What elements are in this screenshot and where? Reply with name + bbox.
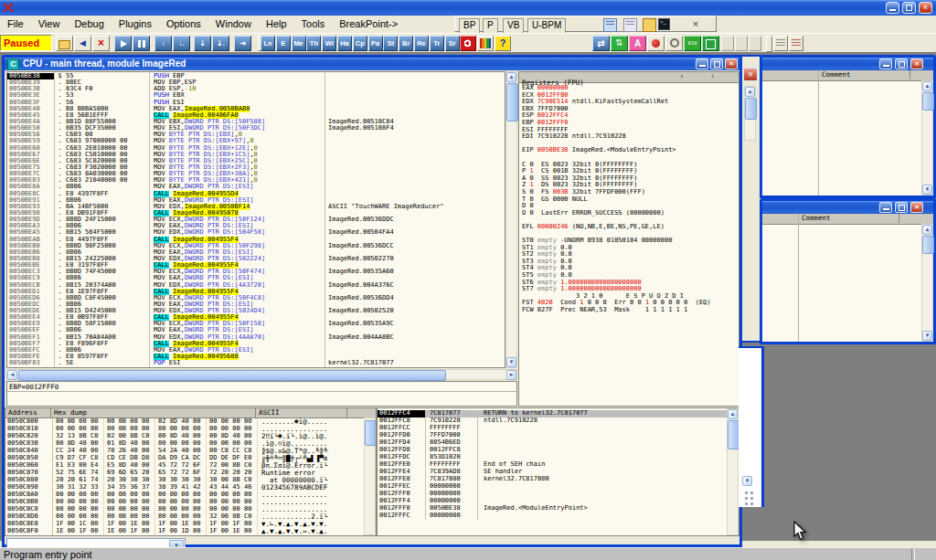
disasm-row[interactable]: 0050BE8A.8B06MOV EAX,DWORD PTR DS:[ESI] [7,184,505,190]
dump-vscrollbar[interactable] [364,417,376,535]
register-line[interactable]: ST7 empty 1.0000000000000000000 [522,286,738,293]
menu-item-tools[interactable]: Tools [294,16,333,33]
win2-close-button[interactable]: × [910,202,923,213]
options-gear-button[interactable] [460,36,476,51]
disasm-row[interactable]: 0050BE75.C683 F3020000 00MOV BYTE PTR DS… [7,164,505,171]
dump-row[interactable]: 0050C050C9 D7 CF C8CD CE DB D8DA D9 CA D… [5,455,376,462]
stack-row[interactable]: 0012FFC47C817077RETURN to kernel32.7C817… [378,410,739,417]
disasm-row[interactable]: 0050BEB6.8B06MOV EAX,DWORD PTR DS:[ESI] [7,249,505,256]
binary-button[interactable]: 010 [684,36,701,51]
register-line[interactable]: S 0 FS 003B 32bit 7FFDF000(FFF) [522,189,738,196]
win1-header-row[interactable]: Comment [762,70,933,81]
help-button[interactable]: ? [495,36,511,51]
notepad-icon[interactable] [603,18,617,32]
disasm-row[interactable]: 0050BE56.C603 00MOV BYTE PTR DS:[EBX],0 [7,132,505,138]
step-into-button[interactable]: ↓ [154,36,172,51]
background-window-scrollbar[interactable]: ▲ [744,86,756,141]
register-line[interactable]: ESP 0012FFC4 [522,112,738,120]
pane-button-e[interactable]: E [276,36,291,51]
menu-item-view[interactable]: View [31,16,68,33]
plugin-ubpm-button[interactable]: U-BPM [527,18,566,34]
disasm-row[interactable]: 0050BE9D.8B0D 24F15000MOV ECX,DWORD PTR … [7,217,505,223]
dump-row[interactable]: 0050C0F01E 00 1F 001E 00 1F 001F 00 1D 0… [5,528,376,535]
win1-close-button[interactable]: × [910,58,923,69]
background-window-close-button[interactable]: × [743,68,758,81]
stack-pane[interactable]: 0012FFC47C817077RETURN to kernel32.7C817… [377,407,739,536]
plugin-vb-button[interactable]: VB [503,18,524,34]
disasm-row[interactable]: 0050BEEF.8B06MOV EAX,DWORD PTR DS:[ESI] [7,327,505,333]
register-line[interactable]: C 0 ES 0023 32bit 0(FFFFFFFF) [522,162,738,169]
disasm-row[interactable]: 0050BEFE.E8 8597F8FFCALL ImageRed.004956… [7,354,505,360]
disasm-row[interactable]: 0050BE67.C683 C5010000 00MOV BYTE PTR DS… [7,152,505,158]
dump-row[interactable]: 0050C03000 8D 40 0001 8D 40 0000 00 00 0… [5,440,376,448]
cpu-close-button[interactable]: × [725,58,738,69]
stack-row[interactable]: 0012FFD07FFD7000 [378,432,739,439]
restore-button[interactable] [902,2,916,14]
appearance-button[interactable] [477,36,494,51]
register-line[interactable]: A 0 SS 0023 32bit 0(FFFFFFFF) [522,175,738,183]
register-line[interactable]: 3 2 1 0 E S P U O Z D I [522,293,738,301]
menu-item-help[interactable]: Help [259,16,294,33]
cpu-minimize-button[interactable] [696,58,708,69]
register-line[interactable]: ST1 empty 0.0 [522,245,738,252]
disasm-row[interactable]: 0050BEDC.8B06MOV EAX,DWORD PTR DS:[ESI] [7,301,505,308]
swap-view-button[interactable]: ⇄ [592,36,610,51]
disasm-row[interactable]: 0050BE3E.53PUSH EBX [7,92,505,99]
animate-into-button[interactable]: ⇣ [194,36,211,51]
disasm-row[interactable]: 0050BE60.C683 2E010000 00MOV BYTE PTR DS… [7,145,505,152]
pane-button-th[interactable]: Th [306,36,321,51]
dump-row[interactable]: 0050C00000 00 00 0000 00 00 0002 8D 40 0… [5,418,376,426]
win2-maximize-button[interactable] [895,202,908,213]
pane-button-cp[interactable]: Cp [353,36,367,51]
win1-header-blank[interactable] [762,70,819,79]
dump-header-hex[interactable]: Hex dump [51,408,256,417]
register-line[interactable]: ST5 empty 0.0 [522,272,738,280]
win2-header-blank[interactable] [762,214,799,223]
scroll-up-button[interactable]: ▲ [922,225,932,235]
disasm-row[interactable]: 0050BEAB.E8 4497F8FFCALL ImageRed.004955… [7,237,505,243]
disasm-row[interactable]: 0050BEE9.8B0D 58F15000MOV ECX,DWORD PTR … [7,321,505,327]
restart-button[interactable]: ◀ [74,36,91,51]
scroll-up-button[interactable]: ▲ [922,81,932,91]
disasm-row[interactable]: 0050BE6E.C683 5C020000 00MOV BYTE PTR DS… [7,158,505,164]
comment-window-1-title-bar[interactable]: × [762,58,933,70]
disasm-hscrollbar[interactable]: ◄ ► [6,369,517,380]
disasm-row[interactable]: 0050BEC9.8B06MOV EAX,DWORD PTR DS:[ESI] [7,275,505,281]
dump-header[interactable]: Address Hex dump ASCII [5,408,376,418]
disasm-row[interactable]: 0050BEE4.E8 0B97F8FFCALL ImageRed.004955… [7,314,505,321]
win1-vscrollbar[interactable]: ▲ ▼ [921,80,933,195]
disasm-row[interactable]: 0050BEF7.E8 F896F8FFCALL ImageRed.004955… [7,341,505,347]
register-line[interactable]: EBP 0012FFF0 [522,120,738,127]
scroll-left-button[interactable]: ◄ [7,370,17,380]
disasm-row[interactable]: 0050BE39.8BECMOV EBP,ESP [7,79,505,86]
register-line[interactable]: T 0 GS 0000 NULL [522,196,738,204]
disasm-row[interactable]: 0050BEB8.8B15 24225000MOV EDX,DWORD PTR … [7,256,505,262]
close-button[interactable]: × [919,2,932,14]
stack-row[interactable]: 0012FFE87C817080kernel32.7C817080 [378,476,739,483]
main-title-bar[interactable]: × [0,0,936,16]
disasm-row[interactable]: 0050BE38$55PUSH EBP [7,73,505,79]
dump-row[interactable]: 0050C0C000 00 00 0000 00 00 0000 00 00 0… [5,506,376,513]
stack-row[interactable]: 0012FFCCFFFFFFFF [378,425,739,432]
registers-pane[interactable]: Registers (FPU) ‹ ‹ EAX 00000000ECX 0012… [518,71,739,407]
dump-row[interactable]: 0050C060E1 E3 00 E4E5 8D 40 0045 72 72 6… [5,462,376,470]
register-line[interactable] [522,141,738,148]
dump-row[interactable]: 0050C07052 75 6E 7469 6D 65 2065 72 72 6… [5,470,376,477]
stack-row[interactable]: 0012FFD48054B6ED [378,439,739,447]
disasm-row[interactable]: 0050BE83.C683 21040000 00MOV BYTE PTR DS… [7,177,505,184]
disasm-row[interactable]: 0050BE50.8B35 DCF35000MOV ESI,DWORD PTR … [7,125,505,132]
disasm-row[interactable]: 0050BEC3.8B0D 74F45000MOV ECX,DWORD PTR … [7,269,505,275]
scroll-thumb[interactable] [745,98,757,120]
disasm-vscrollbar[interactable]: ▲ ▼ [505,71,517,368]
stack-row[interactable]: 0012FFEC00000000 [378,483,739,491]
pane-button-re[interactable]: Re [414,36,429,51]
stack-row[interactable]: 0012FFE47C839AD8SE handler [378,469,739,476]
plugin-close-button[interactable]: × [689,18,702,31]
scroll-thumb[interactable] [506,83,518,122]
scroll-down-button[interactable]: ▼ [742,476,752,486]
stack-row[interactable]: 0012FFE0FFFFFFFFEnd of SEH chain [378,461,739,469]
dump-row[interactable]: 0050C08020 20 61 7420 30 30 3030 30 30 3… [5,477,376,484]
scroll-down-button[interactable]: ▼ [506,357,516,367]
trace-spiral-button[interactable] [665,36,683,51]
dump-row[interactable]: 0050C0B000 00 00 0000 00 00 0000 00 00 0… [5,499,376,506]
